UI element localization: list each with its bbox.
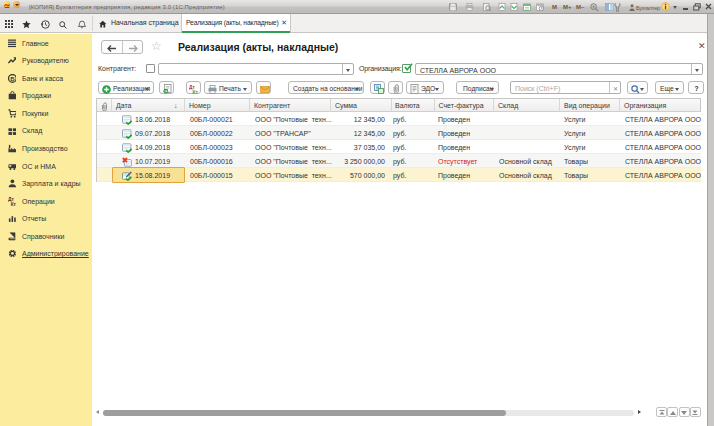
svg-text:Кт: Кт — [193, 90, 199, 95]
svg-text:Кт: Кт — [10, 202, 16, 206]
svg-text:Б: Б — [10, 74, 15, 81]
